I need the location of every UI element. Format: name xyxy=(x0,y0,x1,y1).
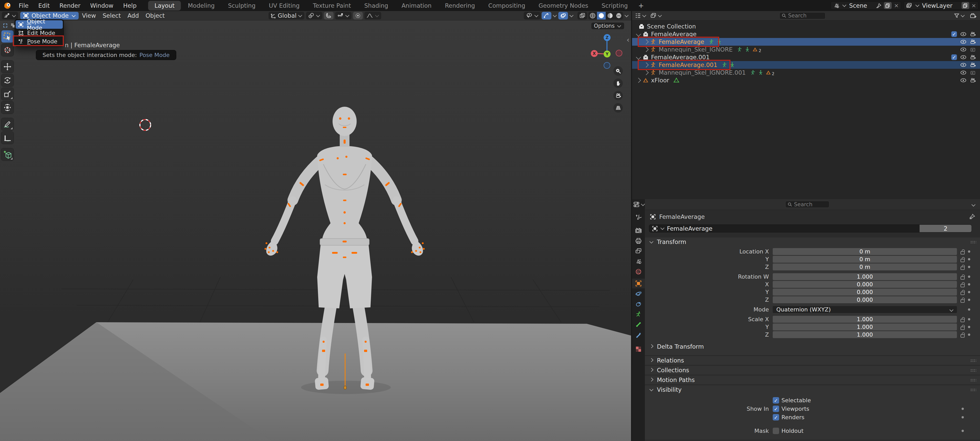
tab-object[interactable] xyxy=(632,279,645,288)
lock-icon[interactable] xyxy=(961,319,965,322)
tool-measure[interactable] xyxy=(1,132,14,144)
gizmos-toggle[interactable] xyxy=(542,12,551,19)
row-label[interactable]: FemaleAverage xyxy=(659,38,704,45)
tab-bone[interactable] xyxy=(632,320,645,329)
options-button[interactable]: Options xyxy=(591,22,624,29)
transform-orientation-dropdown[interactable]: Global xyxy=(269,12,304,19)
pin-id-icon[interactable] xyxy=(969,213,975,220)
tab-rendering[interactable]: Rendering xyxy=(438,1,481,11)
tab-scripting[interactable]: Scripting xyxy=(595,1,634,11)
pan-hand-button[interactable] xyxy=(613,78,623,88)
lock-icon[interactable] xyxy=(961,259,965,262)
unlink-scene-icon[interactable]: × xyxy=(894,3,899,8)
viewport-canvas[interactable] xyxy=(0,21,631,441)
hide-eye-icon[interactable] xyxy=(960,46,967,53)
disclosure-closed-icon[interactable] xyxy=(644,47,649,52)
properties-search[interactable] xyxy=(785,201,829,208)
tab-world[interactable] xyxy=(632,267,645,276)
location-y-field[interactable]: 0 m xyxy=(773,256,957,263)
add-workspace-button[interactable]: + xyxy=(635,1,648,10)
shading-material-button[interactable] xyxy=(606,12,614,19)
rotation-w-field[interactable]: 1.000 xyxy=(773,273,957,280)
disclosure-closed-icon[interactable] xyxy=(644,70,649,75)
outliner-editor-type-button[interactable] xyxy=(635,12,647,19)
gizmo-axis-z-negative[interactable] xyxy=(604,62,610,69)
viewlayer-name[interactable]: ViewLayer xyxy=(922,2,959,9)
proportional-falloff-dropdown[interactable] xyxy=(364,12,381,19)
camera-view-button[interactable] xyxy=(613,91,623,100)
animate-decorator-icon[interactable] xyxy=(962,430,964,432)
object-type-visibility-dropdown[interactable] xyxy=(524,12,541,19)
disclosure-open-icon[interactable] xyxy=(636,32,641,37)
shading-dropdown-icon[interactable] xyxy=(625,13,629,17)
tool-add-cube[interactable] xyxy=(1,148,14,161)
row-label[interactable]: FemaleAverage.001 xyxy=(659,62,718,68)
lock-icon[interactable] xyxy=(961,327,965,330)
properties-editor-type-button[interactable] xyxy=(633,201,645,208)
menu-help[interactable]: Help xyxy=(118,1,142,10)
tab-view-layer[interactable] xyxy=(632,246,645,256)
viewports-checkbox[interactable] xyxy=(773,406,779,412)
outliner-display-mode-dropdown[interactable] xyxy=(650,12,662,19)
lock-icon[interactable] xyxy=(961,267,965,270)
viewlayer-selector[interactable]: ViewLayer × xyxy=(904,1,978,10)
location-z-field[interactable]: 0 m xyxy=(773,264,957,270)
row-label[interactable]: FemaleAverage xyxy=(651,31,697,37)
proportional-editing-toggle[interactable] xyxy=(353,12,363,19)
menu-file[interactable]: File xyxy=(14,1,33,10)
search-input[interactable] xyxy=(788,13,819,19)
gizmos-dropdown-icon[interactable] xyxy=(553,13,557,17)
gizmo-axis-x-negative[interactable] xyxy=(616,50,622,56)
tab-geometry-nodes[interactable]: Geometry Nodes xyxy=(532,1,595,11)
tab-constraints[interactable] xyxy=(632,299,645,309)
row-label[interactable]: Mannequin_Skel_IGNORE xyxy=(659,46,732,53)
location-x-field[interactable]: 0 m xyxy=(773,248,957,255)
shading-rendered-button[interactable] xyxy=(614,12,623,19)
xray-toggle[interactable] xyxy=(578,12,587,19)
row-label[interactable]: Mannequin_Skel_IGNORE.001 xyxy=(659,69,746,76)
tab-tool[interactable] xyxy=(632,213,645,222)
row-collection-femaleaverage-001[interactable]: FemaleAverage.001 xyxy=(632,53,980,61)
tab-modeling[interactable]: Modeling xyxy=(181,1,221,11)
row-label[interactable]: xFloor xyxy=(651,77,669,84)
disable-render-camera-icon[interactable] xyxy=(970,77,977,83)
snap-toggle[interactable] xyxy=(324,12,334,19)
row-object-mannequin-skel[interactable]: Mannequin_Skel_IGNORE 2 xyxy=(632,46,980,53)
gizmo-axis-z[interactable]: Z xyxy=(604,34,611,41)
tab-scene[interactable] xyxy=(632,257,645,266)
animate-decorator-icon[interactable] xyxy=(968,275,970,278)
outliner-search[interactable] xyxy=(780,12,826,19)
lock-icon[interactable] xyxy=(961,292,965,295)
data-users-button[interactable]: 2 xyxy=(920,224,972,232)
panel-visibility-header[interactable]: Visibility xyxy=(645,385,980,394)
disclosure-closed-icon[interactable] xyxy=(644,39,649,45)
viewport-menu-object[interactable]: Object xyxy=(142,12,168,19)
tool-rotate[interactable] xyxy=(1,74,14,86)
tool-cursor[interactable] xyxy=(1,44,14,56)
menu-item-object-mode[interactable]: Object Mode xyxy=(16,20,63,29)
lock-icon[interactable] xyxy=(961,276,965,280)
viewport-menu-add[interactable]: Add xyxy=(124,12,142,19)
tab-output[interactable] xyxy=(632,236,645,246)
menu-window[interactable]: Window xyxy=(85,1,118,10)
animate-decorator-icon[interactable] xyxy=(968,266,970,268)
select-mode-set-button[interactable] xyxy=(2,22,9,29)
panel-relations-header[interactable]: Relations xyxy=(645,356,980,365)
panel-drag-grip[interactable] xyxy=(970,359,977,362)
animate-decorator-icon[interactable] xyxy=(968,299,970,301)
shading-wireframe-button[interactable] xyxy=(588,12,597,19)
rotation-y-field[interactable]: 0.000 xyxy=(773,289,957,296)
animate-decorator-icon[interactable] xyxy=(968,318,970,320)
hide-eye-icon[interactable] xyxy=(960,70,967,76)
tab-texture[interactable] xyxy=(632,344,645,354)
orthographic-grid-button[interactable] xyxy=(613,103,623,113)
tool-scale[interactable] xyxy=(1,88,14,100)
tab-layout[interactable]: Layout xyxy=(148,1,181,11)
disable-render-camera-icon[interactable] xyxy=(970,62,977,68)
tab-object-data[interactable] xyxy=(632,309,645,319)
zoom-button[interactable] xyxy=(613,66,623,76)
panel-collections-header[interactable]: Collections xyxy=(645,366,980,375)
panel-delta-transform-header[interactable]: Delta Transform xyxy=(645,342,980,351)
tab-physics[interactable] xyxy=(632,289,645,299)
animate-decorator-icon[interactable] xyxy=(968,283,970,286)
